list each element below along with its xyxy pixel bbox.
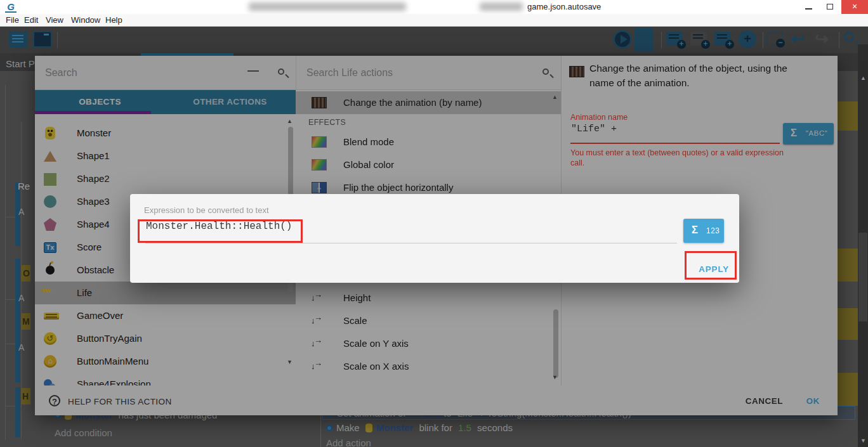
action-object-name: Monster (376, 422, 413, 433)
add-comment-icon[interactable]: + (714, 32, 731, 46)
blurred-title-text (249, 3, 406, 11)
event-header-fragment (836, 373, 858, 406)
tab-other-actions[interactable]: OTHER ACTIONS (165, 90, 295, 114)
toolbar-separator (661, 32, 662, 48)
scroll-down-icon[interactable]: ▼ (860, 437, 866, 444)
search-events-icon[interactable] (844, 32, 854, 42)
app-window: G game.json.autosave × File Edit View Wi… (0, 0, 868, 447)
help-link[interactable]: HELP FOR THIS ACTION (68, 397, 172, 406)
list-item-gameover[interactable]: GameOver (35, 304, 296, 327)
objects-search-bar[interactable]: Search (35, 56, 296, 90)
size-arrows-icon (312, 292, 327, 304)
scroll-down-icon[interactable]: ▼ (287, 359, 293, 365)
event-text-fragment: A (18, 342, 24, 353)
action-item-width[interactable]: Width (296, 378, 561, 385)
circle-icon (44, 195, 56, 208)
add-subevent-icon[interactable]: + (690, 32, 707, 46)
delete-event-icon[interactable]: − (766, 32, 783, 46)
blend-mode-icon (312, 136, 327, 148)
restart-button-icon (44, 332, 56, 345)
blurred-title-text (480, 3, 523, 11)
action-item-height[interactable]: Height (296, 287, 561, 309)
scroll-up-icon[interactable]: ▲ (552, 94, 558, 100)
action-item-blend-mode[interactable]: Blend mode (296, 131, 561, 153)
help-icon[interactable]: ? (49, 395, 60, 406)
scroll-up-icon[interactable]: ▲ (860, 75, 866, 81)
toolbar-separator (57, 32, 58, 48)
menu-window[interactable]: Window (71, 15, 100, 25)
menu-edit[interactable]: Edit (24, 15, 38, 25)
actions-scrollbar-thumb[interactable] (553, 309, 558, 378)
tab-start-page[interactable]: Start P (6, 58, 35, 69)
search-icon[interactable] (542, 68, 549, 75)
animation-name-input[interactable]: "Life" + (571, 124, 617, 134)
square-icon (44, 173, 56, 186)
numeric-expression-button[interactable]: Σ 123 (683, 219, 724, 243)
action-item-change-animation[interactable]: Change the animation (by name) (296, 91, 561, 114)
add-event-icon[interactable]: + (666, 32, 683, 46)
add-other-icon[interactable]: + (739, 30, 756, 48)
actions-search-input[interactable]: Search Life actions (306, 67, 393, 79)
annotation-expression-highlight (138, 219, 303, 243)
close-button[interactable]: × (841, 0, 868, 14)
maximize-button[interactable] (820, 0, 841, 14)
gameover-sprite-icon (44, 313, 59, 320)
list-item-monster[interactable]: Monster (35, 122, 296, 145)
objects-search-input[interactable]: Search (45, 67, 77, 79)
sigma-icon: Σ (692, 224, 698, 236)
scroll-down-icon[interactable]: ▼ (552, 374, 558, 380)
list-item-buttontryagain[interactable]: ButtonTryAgain (35, 327, 296, 350)
expression-builder-button[interactable]: Σ "ABC" (783, 123, 834, 145)
action-suffix: seconds (477, 422, 513, 433)
film-strip-icon (312, 97, 327, 108)
add-condition-link[interactable]: Add condition (55, 427, 112, 438)
event-text-fragment: A (18, 207, 24, 217)
redo-icon[interactable]: ↪ (815, 29, 829, 49)
scene-editor-icon[interactable] (33, 31, 52, 48)
dialog-footer: ? HELP FOR THIS ACTION CANCEL OK (35, 385, 838, 415)
menu-view[interactable]: View (46, 15, 63, 25)
action-icon (326, 425, 332, 431)
minimize-button[interactable] (798, 0, 820, 14)
action-item-scale-x[interactable]: Scale on X axis (296, 355, 561, 378)
action-mid: blink for (419, 422, 452, 433)
list-item-life[interactable]: Life (35, 282, 296, 304)
action-item-scale-y[interactable]: Scale on Y axis (296, 332, 561, 355)
film-strip-icon (569, 66, 584, 77)
debug-icon[interactable] (636, 32, 652, 48)
action-item-global-color[interactable]: Global color (296, 153, 561, 176)
action-prefix: Make (336, 422, 360, 433)
action-item-scale[interactable]: Scale (296, 309, 561, 332)
hearts-icon (41, 287, 62, 299)
sigma-icon: Σ (791, 127, 797, 139)
action-value: 1.5 (458, 422, 471, 433)
actions-search-bar[interactable]: Search Life actions (296, 56, 561, 90)
cancel-button[interactable]: CANCEL (746, 396, 783, 406)
event-header-fragment (836, 249, 858, 282)
event-header-fragment (836, 308, 858, 340)
event-selection-bar (15, 387, 20, 437)
flip-icon (312, 182, 327, 193)
ok-button[interactable]: OK (806, 396, 820, 406)
undo-icon[interactable]: ↩ (791, 29, 805, 49)
toolbar-separator (839, 32, 839, 48)
event-text-fragment: Re (18, 181, 30, 191)
scroll-up-icon[interactable]: ▲ (287, 118, 293, 124)
window-scrollbar-thumb[interactable] (858, 233, 867, 321)
list-item-shape4explosion[interactable]: Shape4Explosion (35, 373, 296, 385)
list-item-shape2[interactable]: Shape2 (35, 167, 296, 190)
menu-help[interactable]: Help (105, 15, 122, 25)
add-action-link[interactable]: Add action (326, 437, 371, 447)
play-icon[interactable] (613, 30, 632, 49)
list-item-shape1[interactable]: Shape1 (35, 145, 296, 167)
list-item-buttonmainmenu[interactable]: ButtonMainMenu (35, 350, 296, 373)
search-icon[interactable] (278, 68, 284, 75)
window-title: game.json.autosave (527, 2, 601, 11)
expression-label: Expression to be converted to text (144, 205, 269, 215)
numeric-label: 123 (706, 226, 720, 235)
menu-file[interactable]: File (6, 15, 19, 25)
filter-icon[interactable] (247, 70, 259, 77)
action-row[interactable]: Make Monster blink for 1.5 seconds (326, 422, 479, 433)
size-arrows-icon (312, 338, 327, 349)
project-manager-icon[interactable] (9, 31, 28, 48)
